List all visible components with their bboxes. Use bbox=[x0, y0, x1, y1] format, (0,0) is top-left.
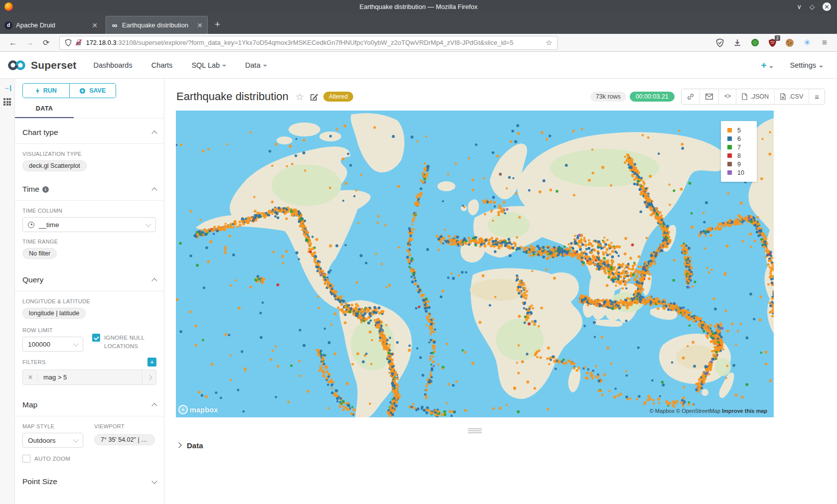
auto-zoom-checkbox[interactable] bbox=[22, 455, 30, 463]
mapbox-icon: + bbox=[178, 405, 188, 414]
dataset-grid-icon[interactable] bbox=[3, 98, 11, 106]
new-item-button[interactable]: + bbox=[761, 60, 773, 71]
deckgl-map[interactable]: 5678910 + mapbox © Mapbox © OpenStreetMa… bbox=[176, 111, 774, 417]
new-tab-button[interactable]: + bbox=[215, 19, 220, 30]
tab-data[interactable]: DATA bbox=[15, 105, 74, 118]
main-nav: Dashboards Charts SQL Lab Data bbox=[93, 61, 267, 69]
time-range-pill[interactable]: No filter bbox=[22, 248, 57, 259]
chevron-up-icon bbox=[151, 278, 157, 283]
map-style-select[interactable]: Outdoors bbox=[22, 433, 83, 448]
improve-this-map-link[interactable]: Improve this map bbox=[722, 408, 767, 414]
tab-close-icon[interactable]: ✕ bbox=[92, 21, 98, 29]
forward-icon[interactable]: → bbox=[26, 38, 34, 47]
tab-close-icon[interactable]: ✕ bbox=[197, 21, 203, 29]
window-close-icon[interactable]: ✕ bbox=[823, 2, 831, 11]
nav-sql-lab[interactable]: SQL Lab bbox=[191, 61, 226, 69]
section-time[interactable]: Timei bbox=[15, 175, 164, 201]
nav-data[interactable]: Data bbox=[245, 61, 267, 69]
legend-item[interactable]: 5 bbox=[727, 126, 757, 134]
query-timer-badge: 00:00:03.21 bbox=[630, 92, 675, 102]
attribution-mapbox[interactable]: © Mapbox bbox=[650, 408, 675, 414]
nav-charts[interactable]: Charts bbox=[151, 61, 173, 69]
save-button[interactable]: SAVE bbox=[70, 84, 116, 98]
panel-drag-handle[interactable] bbox=[468, 428, 482, 433]
email-icon[interactable] bbox=[700, 89, 719, 104]
data-expander[interactable]: Data bbox=[177, 441, 837, 450]
legend-label: 6 bbox=[737, 135, 741, 142]
insecure-lock-icon[interactable] bbox=[76, 39, 82, 46]
info-icon: i bbox=[42, 186, 49, 193]
lightning-icon bbox=[35, 88, 40, 94]
nav-dashboards[interactable]: Dashboards bbox=[93, 61, 132, 69]
favorite-star-icon[interactable]: ☆ bbox=[295, 91, 304, 103]
mapbox-logo[interactable]: + mapbox bbox=[178, 405, 218, 414]
share-link-icon[interactable] bbox=[682, 89, 700, 104]
back-icon[interactable]: ← bbox=[9, 38, 17, 47]
legend-item[interactable]: 6 bbox=[727, 134, 757, 143]
ignore-null-checkbox[interactable] bbox=[92, 334, 100, 342]
tab-earthquake-distribution[interactable]: ∞ Earthquake distribution ✕ bbox=[106, 16, 208, 34]
section-point-size[interactable]: Point Size bbox=[15, 468, 164, 493]
remove-filter-icon[interactable]: ✕ bbox=[23, 374, 38, 381]
viewport-pill[interactable]: 7° 35' 54.02" | 31... bbox=[94, 434, 155, 445]
cookie-icon[interactable] bbox=[785, 38, 794, 47]
ublock-shield-icon[interactable]: 2 bbox=[768, 38, 777, 47]
export-csv-button[interactable]: .CSV bbox=[775, 89, 809, 104]
add-filter-button[interactable]: + bbox=[147, 358, 156, 367]
run-button[interactable]: RUN bbox=[23, 84, 70, 98]
time-column-select[interactable]: __time bbox=[22, 217, 156, 232]
downloads-icon[interactable] bbox=[733, 38, 742, 47]
tab-apache-druid[interactable]: d Apache Druid ✕ bbox=[0, 16, 102, 34]
row-limit-select[interactable]: 100000 bbox=[22, 337, 83, 352]
viz-type-pill[interactable]: deck.gl Scatterplot bbox=[22, 160, 87, 171]
tracking-shield-icon[interactable] bbox=[65, 39, 72, 46]
window-minimize-icon[interactable]: ∨ bbox=[797, 3, 802, 10]
legend-item[interactable]: 7 bbox=[727, 143, 757, 151]
pinwheel-extension-icon[interactable]: ✳ bbox=[803, 38, 812, 47]
expand-filter-icon[interactable] bbox=[142, 370, 156, 384]
left-icon-rail: →| bbox=[0, 79, 15, 504]
legend-swatch bbox=[727, 153, 732, 158]
legend-label: 9 bbox=[737, 161, 741, 168]
filters-label: FILTERS bbox=[22, 359, 46, 365]
lonlat-pill[interactable]: longitude | latitude bbox=[22, 308, 86, 319]
window-maximize-icon[interactable]: ◇ bbox=[810, 3, 815, 10]
url-text: 172.18.0.3:32108/superset/explore/?form_… bbox=[86, 39, 542, 46]
legend-item[interactable]: 9 bbox=[727, 160, 757, 168]
row-count-badge: 73k rows bbox=[590, 92, 626, 102]
section-query[interactable]: Query bbox=[15, 266, 164, 291]
legend-swatch bbox=[727, 162, 732, 166]
export-json-button[interactable]: .JSON bbox=[736, 89, 775, 104]
attribution-osm[interactable]: © OpenStreetMap bbox=[676, 408, 720, 414]
bookmark-star-icon[interactable]: ☆ bbox=[546, 38, 552, 47]
collapse-panel-icon[interactable]: →| bbox=[3, 84, 11, 91]
ignore-null-control[interactable]: IGNORE NULLLOCATIONS bbox=[92, 334, 156, 351]
brand-name: Superset bbox=[31, 59, 76, 71]
filter-pill[interactable]: ✕ mag > 5 bbox=[22, 370, 156, 385]
chevron-down-icon bbox=[73, 341, 78, 346]
chevron-right-icon bbox=[176, 442, 181, 448]
window-title: Earthquake distribution — Mozilla Firefo… bbox=[0, 3, 837, 10]
menu-hamburger-icon[interactable]: ≡ bbox=[820, 38, 829, 47]
embed-code-icon[interactable]: <> bbox=[719, 89, 736, 104]
settings-menu[interactable]: Settings bbox=[790, 61, 823, 69]
chart-area: Earthquake distribution ☆ Altered 73k ro… bbox=[164, 79, 837, 504]
clock-icon bbox=[28, 222, 34, 228]
section-map[interactable]: Map bbox=[15, 391, 164, 416]
extension-green-icon[interactable] bbox=[750, 38, 759, 47]
panel-tabs: DATA bbox=[15, 105, 164, 118]
time-range-label: TIME RANGE bbox=[22, 239, 156, 245]
protections-shield-icon[interactable] bbox=[715, 38, 724, 47]
map-legend: 5678910 bbox=[721, 121, 757, 182]
file-icon bbox=[780, 93, 786, 100]
edit-properties-icon[interactable] bbox=[310, 93, 318, 101]
url-input[interactable]: 172.18.0.3:32108/superset/explore/?form_… bbox=[59, 36, 558, 50]
chevron-down-icon bbox=[151, 478, 157, 484]
auto-zoom-control[interactable]: AUTO ZOOM bbox=[22, 455, 83, 463]
section-chart-type[interactable]: Chart type bbox=[15, 119, 164, 144]
superset-logo[interactable]: Superset bbox=[7, 59, 76, 71]
legend-item[interactable]: 10 bbox=[727, 168, 757, 177]
more-options-icon[interactable]: ≡ bbox=[809, 89, 825, 104]
legend-item[interactable]: 8 bbox=[727, 151, 757, 160]
reload-icon[interactable]: ⟳ bbox=[43, 38, 49, 47]
